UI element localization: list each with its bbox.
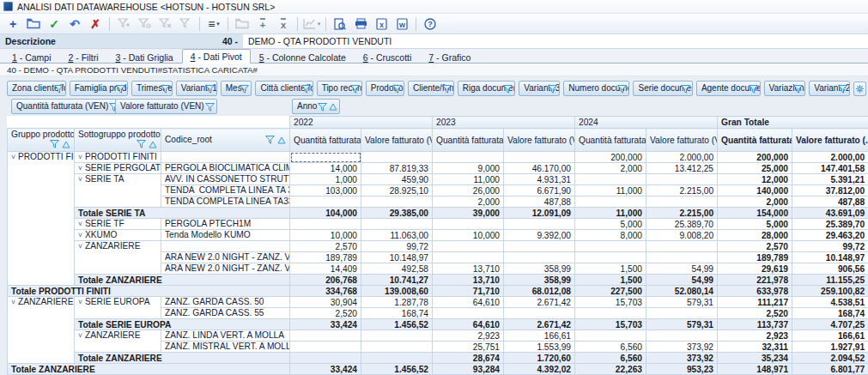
value-cell[interactable]: 487,88	[504, 197, 575, 208]
filter-field-numero-documento[interactable]: Numero documento	[563, 81, 629, 96]
filter-field-famiglia-prodotti[interactable]: Famiglia prodotti	[70, 81, 128, 96]
export-excel-button[interactable]: x	[372, 15, 391, 33]
year-group-2024[interactable]: 2024	[575, 117, 718, 129]
value-cell[interactable]: 93,284	[433, 364, 504, 375]
filter-field-variante3[interactable]: Variante3	[519, 81, 560, 96]
value-cell[interactable]: 200,000	[575, 152, 646, 163]
value-cell[interactable]: 68.012,08	[504, 286, 575, 297]
filter-icon[interactable]	[116, 85, 125, 94]
value-cell[interactable]: 99,72	[361, 241, 433, 252]
value-cell[interactable]: 64,610	[433, 319, 504, 330]
open-folder-button[interactable]	[24, 15, 43, 33]
value-cell[interactable]: 26,000	[433, 185, 504, 197]
value-cell[interactable]: 29.385,00	[361, 208, 433, 219]
value-cell[interactable]: 2.671,42	[504, 319, 575, 330]
value-cell[interactable]: 2.000,00	[646, 152, 718, 163]
value-cell[interactable]: 579,31	[646, 319, 718, 330]
value-cell[interactable]	[504, 152, 575, 163]
filter-field-zona-cliente-forn[interactable]: Zona cliente/forn	[7, 81, 66, 96]
value-cell[interactable]: 200,000	[718, 152, 792, 163]
value-cell[interactable]	[646, 330, 718, 342]
value-cell[interactable]: 5.391,21	[792, 174, 868, 185]
value-cell[interactable]: 71,710	[433, 286, 504, 297]
value-cell[interactable]: 28,674	[433, 353, 504, 364]
customize-fields-button[interactable]	[853, 82, 866, 96]
collapse-chevron-icon[interactable]: ˅	[78, 153, 82, 161]
filter-field-riga-documento[interactable]: Riga documento	[458, 81, 516, 96]
help-button[interactable]: ?	[421, 15, 440, 33]
value-cell[interactable]: 1.927,91	[792, 342, 868, 353]
value-cell[interactable]: 9,000	[433, 163, 504, 174]
value-header[interactable]: Quantità fatturata (VEN)	[290, 129, 361, 152]
value-cell[interactable]: 2,000	[433, 197, 504, 208]
value-cell[interactable]	[646, 174, 718, 185]
value-cell[interactable]: 166,61	[792, 330, 868, 342]
value-cell[interactable]: 25.389,70	[792, 219, 868, 230]
value-cell[interactable]: 13.412,25	[646, 163, 718, 174]
subgroup-cell[interactable]: ˅SERIE TF	[75, 219, 161, 230]
value-cell[interactable]: 2.094,52	[792, 353, 868, 364]
value-cell[interactable]	[361, 353, 433, 364]
value-cell[interactable]	[361, 330, 433, 342]
value-cell[interactable]: 1.456,52	[361, 319, 433, 330]
value-cell[interactable]	[504, 219, 575, 230]
undo-button[interactable]: ↶	[65, 15, 84, 33]
value-cell[interactable]: 29.463,20	[792, 230, 868, 241]
value-cell[interactable]: 54,99	[646, 263, 718, 275]
value-cell[interactable]: 2,923	[433, 330, 504, 342]
value-cell[interactable]: 10.148,97	[792, 252, 868, 263]
value-cell[interactable]: 104,000	[290, 208, 361, 219]
tab-grafico[interactable]: 7 - Grafico	[420, 50, 479, 64]
value-cell[interactable]: 6.671,90	[504, 185, 575, 197]
collapse-totals-button[interactable]: x	[274, 15, 293, 33]
value-cell[interactable]: 2.671,42	[504, 297, 575, 308]
collapse-chevron-icon[interactable]: ˅	[78, 298, 82, 306]
value-cell[interactable]: 14,409	[290, 263, 361, 275]
value-cell[interactable]: 111,217	[718, 297, 792, 308]
value-cell[interactable]: 189,789	[290, 252, 361, 263]
tab-cruscotti[interactable]: 6 - Cruscotti	[355, 50, 421, 64]
value-cell[interactable]: 10.741,27	[361, 275, 433, 286]
delete-button[interactable]: ✗	[86, 15, 105, 33]
filter-field-agente-documento[interactable]: Agente documento	[696, 81, 761, 96]
value-cell[interactable]: 25,751	[433, 342, 504, 353]
value-cell[interactable]: 206,768	[290, 275, 361, 286]
value-cell[interactable]: 87.819,33	[361, 163, 433, 174]
value-cell[interactable]	[361, 152, 433, 163]
value-cell[interactable]: 33,424	[290, 319, 361, 330]
value-cell[interactable]: 358,99	[504, 263, 575, 275]
value-cell[interactable]: 103,000	[290, 185, 361, 197]
value-cell[interactable]: 9.008,20	[646, 230, 718, 241]
value-cell[interactable]: 32,311	[718, 342, 792, 353]
value-cell[interactable]	[575, 308, 646, 319]
value-cell[interactable]: 492,58	[361, 263, 433, 275]
value-cell[interactable]: 6,560	[575, 342, 646, 353]
value-cell[interactable]: 39,000	[433, 208, 504, 219]
add-button[interactable]: +	[3, 15, 22, 33]
tab-colonne-calcolate[interactable]: 5 - Colonne Calcolate	[251, 50, 355, 64]
value-cell[interactable]: 579,31	[646, 297, 718, 308]
value-header-gran-totale[interactable]: Quantità fatturata ...	[718, 129, 792, 152]
value-cell[interactable]: 33,424	[290, 364, 361, 375]
value-cell[interactable]: 4.931,31	[504, 174, 575, 185]
value-cell[interactable]: 28.925,10	[361, 185, 433, 197]
filter-icon[interactable]	[392, 85, 402, 94]
value-cell[interactable]: 13,710	[433, 275, 504, 286]
value-cell[interactable]: 1,500	[575, 263, 646, 275]
filter-icon[interactable]	[350, 85, 360, 94]
filter-field-trimestre[interactable]: Trimestre	[131, 81, 173, 96]
value-cell[interactable]: 11,000	[575, 185, 646, 197]
tab-filtri[interactable]: 2 - Filtri	[60, 50, 107, 64]
description-input[interactable]: DEMO - QTA PRODOTTI VENDUTI	[243, 34, 868, 48]
value-header[interactable]: Quantità fatturata (VEN)	[575, 129, 646, 152]
value-cell[interactable]: 168,74	[361, 308, 433, 319]
value-cell[interactable]: 37.812,00	[792, 185, 868, 197]
value-cell[interactable]	[646, 252, 718, 263]
value-cell[interactable]: 140,000	[718, 185, 792, 197]
row-header-codice-root[interactable]: Codice_root	[161, 129, 290, 152]
value-cell[interactable]: 1,000	[290, 174, 361, 185]
value-cell[interactable]: 12.091,09	[504, 208, 575, 219]
value-cell[interactable]	[504, 241, 575, 252]
value-cell[interactable]: 373,92	[646, 353, 718, 364]
value-cell[interactable]: 5,000	[718, 219, 792, 230]
